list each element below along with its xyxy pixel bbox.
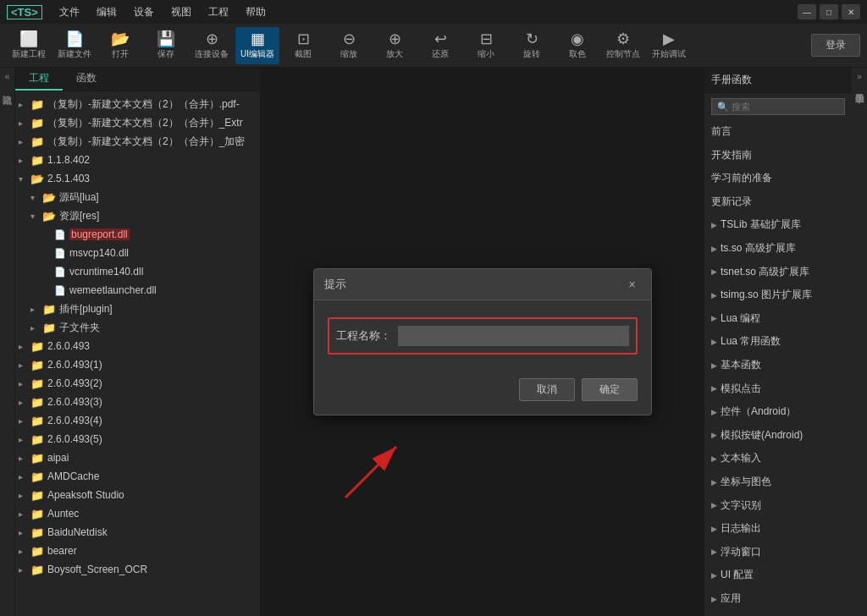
tree-item-label: 插件[plugin]	[59, 302, 113, 316]
tree-item[interactable]: ▸📁子文件夹	[15, 318, 260, 337]
ui-editor-button[interactable]: ▦UI编辑器	[235, 27, 279, 64]
center-area: 运行脚本 F6 编译脚本 F7 提示 × 工程名	[261, 68, 704, 616]
tree-item[interactable]: 📄bugreport.dll	[15, 225, 260, 244]
menu-item-编辑[interactable]: 编辑	[90, 3, 124, 21]
zoom-out-tool-button[interactable]: ⊖缩放	[327, 27, 371, 64]
right-section-control-android[interactable]: 控件（Android）	[704, 400, 852, 424]
dialog-close-button[interactable]: ×	[624, 276, 641, 293]
rotate-button[interactable]: ↻旋转	[510, 27, 554, 64]
menu-item-视图[interactable]: 视图	[164, 3, 198, 21]
tree-item[interactable]: ▸📁1.1.8.402	[15, 151, 260, 169]
tree-item[interactable]: ▸📁2.6.0.493(1)	[15, 355, 260, 374]
right-section-tslib[interactable]: TSLib 基础扩展库	[704, 213, 852, 237]
tree-item[interactable]: ▸📁2.6.0.493(5)	[15, 430, 260, 448]
tree-item[interactable]: ▾📂2.5.1.403	[15, 169, 260, 188]
right-section-pre-study[interactable]: 学习前的准备	[704, 167, 852, 190]
folder-icon: 📂	[42, 191, 56, 204]
start-debug-button[interactable]: ▶开始调试	[647, 27, 691, 64]
tree-item[interactable]: ▸📁Apeaksoft Studio	[15, 486, 260, 504]
connect-button[interactable]: ⊕连接设备	[190, 27, 234, 64]
tree-item[interactable]: 📄msvcp140.dll	[15, 244, 260, 262]
right-section-log-output[interactable]: 日志输出	[704, 517, 852, 541]
control-node-button[interactable]: ⚙控制节点	[601, 27, 645, 64]
tree-item[interactable]: ▾📂资源[res]	[15, 206, 260, 225]
tree-item[interactable]: ▸📁BaiduNetdisk	[15, 523, 260, 542]
tree-item[interactable]: ▸📁Boysoft_Screen_OCR	[15, 560, 260, 579]
right-section-lua-prog[interactable]: Lua 编程	[704, 307, 852, 331]
control-node-label: 控制节点	[606, 48, 640, 60]
tree-item[interactable]: ▸📁插件[plugin]	[15, 300, 260, 318]
right-section-dev-guide[interactable]: 开发指南	[704, 144, 852, 168]
tree-item[interactable]: ▸📁2.6.0.493(2)	[15, 374, 260, 393]
tree-item[interactable]: ▸📁（复制）-新建文本文档（2）（合并）.pdf-	[15, 95, 260, 113]
new-project-button[interactable]: ⬜新建工程	[7, 27, 51, 64]
color-pick-button[interactable]: ◉取色	[555, 27, 599, 64]
right-section-ts-so[interactable]: ts.so 高级扩展库	[704, 237, 852, 261]
tree-item[interactable]: ▸📁Auntec	[15, 504, 260, 523]
tree-item[interactable]: ▸📁aipai	[15, 448, 260, 467]
tree-item-label: 1.1.8.402	[47, 154, 90, 166]
tree-item[interactable]: ▸📁AMDCache	[15, 467, 260, 486]
tree-item[interactable]: ▸📁bearer	[15, 542, 260, 560]
zoom-out-tool-label: 缩放	[340, 48, 357, 60]
right-section-tsnet-so[interactable]: tsnet.so 高级扩展库	[704, 261, 852, 284]
zoom-small-button[interactable]: ⊟缩小	[464, 27, 508, 64]
tree-item[interactable]: ▾📂源码[lua]	[15, 188, 260, 206]
confirm-button[interactable]: 确定	[582, 378, 638, 401]
save-button[interactable]: 💾保存	[144, 27, 188, 64]
right-section-sim-click[interactable]: 模拟点击	[704, 377, 852, 401]
right-section-text-input[interactable]: 文本输入	[704, 447, 852, 470]
right-section-preface[interactable]: 前言	[704, 120, 852, 144]
screenshot-button[interactable]: ⊡截图	[281, 27, 325, 64]
tree-item[interactable]: 📄vcruntime140.dll	[15, 262, 260, 281]
right-section-app[interactable]: 应用	[704, 587, 852, 611]
menu-item-帮助[interactable]: 帮助	[239, 3, 273, 21]
main-layout: « 隐藏 工程 函数 ▸📁（复制）-新建文本文档（2）（合并）.pdf-▸📁（复…	[0, 68, 867, 616]
tree-item-label: Apeaksoft Studio	[47, 489, 124, 501]
restore-button[interactable]: ↩还原	[418, 27, 462, 64]
open-button[interactable]: 📂打开	[98, 27, 142, 64]
right-section-tsimg-so[interactable]: tsimg.so 图片扩展库	[704, 283, 852, 307]
right-section-ocr[interactable]: 文字识别	[704, 494, 852, 518]
toolbar: ⬜新建工程📄新建文件📂打开💾保存⊕连接设备▦UI编辑器⊡截图⊖缩放⊕放大↩还原⊟…	[0, 24, 867, 68]
search-input[interactable]	[711, 98, 845, 115]
right-section-ui-config[interactable]: UI 配置	[704, 564, 852, 587]
tree-item-label: 2.6.0.493(5)	[47, 433, 102, 445]
menu-item-文件[interactable]: 文件	[52, 3, 86, 21]
tree-item-label: 2.6.0.493(3)	[47, 396, 102, 408]
maximize-button[interactable]: □	[820, 4, 838, 19]
tree-item[interactable]: 📄wemeetlauncher.dll	[15, 281, 260, 300]
tree-item-label: 源码[lua]	[59, 190, 99, 205]
right-section-coord-color[interactable]: 坐标与图色	[704, 470, 852, 494]
right-section-sim-key-android[interactable]: 模拟按键(Android)	[704, 424, 852, 448]
right-section-changelog[interactable]: 更新记录	[704, 190, 852, 214]
login-button[interactable]: 登录	[811, 34, 860, 57]
dialog-footer: 取消 确定	[314, 371, 651, 415]
menu-item-工程[interactable]: 工程	[202, 3, 235, 21]
tree-item[interactable]: ▸📁2.6.0.493(4)	[15, 411, 260, 430]
tree-arrow-icon: ▸	[19, 528, 30, 537]
close-button[interactable]: ✕	[842, 4, 860, 19]
project-name-input[interactable]	[398, 326, 629, 346]
cancel-button[interactable]: 取消	[519, 378, 575, 401]
right-section-basic-func[interactable]: 基本函数	[704, 354, 852, 377]
left-collapse-arrow[interactable]: «	[5, 71, 10, 83]
new-file-button[interactable]: 📄新建文件	[52, 27, 97, 64]
zoom-in-tool-button[interactable]: ⊕放大	[373, 27, 417, 64]
minimize-button[interactable]: —	[798, 4, 816, 19]
tree-item[interactable]: ▸📁（复制）-新建文本文档（2）（合并）_Extr	[15, 113, 260, 132]
new-project-label: 新建工程	[12, 48, 46, 60]
tab-functions[interactable]: 函数	[63, 68, 110, 91]
tab-project[interactable]: 工程	[15, 68, 63, 91]
zoom-in-tool-label: 放大	[386, 48, 403, 60]
tree-item[interactable]: ▸📁2.6.0.493	[15, 337, 260, 355]
menu-item-设备[interactable]: 设备	[127, 3, 161, 21]
tree-item[interactable]: ▸📁（复制）-新建文本文档（2）（合并）_加密	[15, 132, 260, 151]
connect-label: 连接设备	[195, 48, 229, 60]
right-expand-arrow[interactable]: »	[857, 71, 862, 83]
right-section-lua-common[interactable]: Lua 常用函数	[704, 330, 852, 354]
right-section-float-window[interactable]: 浮动窗口	[704, 541, 852, 564]
tree-item[interactable]: ▸📁2.6.0.493(3)	[15, 393, 260, 411]
app-logo: <TS>	[7, 5, 42, 19]
new-project-icon: ⬜	[19, 31, 38, 47]
